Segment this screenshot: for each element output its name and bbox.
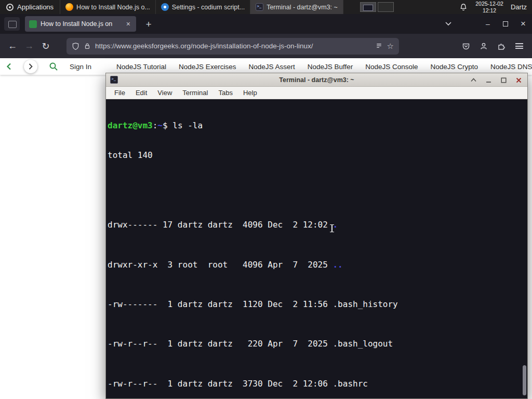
file-name: .. <box>332 260 342 270</box>
browser-tab-strip: How to Install Node.js on × + – × <box>0 14 532 34</box>
minimize-button[interactable]: – <box>479 14 497 34</box>
file-row: -rw-r--r-- 1 dartz dartz 3730 Dec 2 12:0… <box>108 379 527 389</box>
prompt-path: ~ <box>157 121 163 130</box>
file-attributes: -rw-r--r-- 1 dartz dartz 220 Apr 7 2025 <box>108 339 332 349</box>
forward-button[interactable]: → <box>21 38 37 55</box>
panel-username: Dartz <box>509 3 532 11</box>
terminal-close-button[interactable] <box>515 76 522 84</box>
clock-date: 2025-12-02 <box>475 1 503 7</box>
firefox-view-icon[interactable] <box>4 17 20 31</box>
prompt-user-host: dartz@vm3 <box>108 121 153 130</box>
applications-label: Applications <box>17 3 54 11</box>
taskbar-window-button[interactable]: Settings - codium script... <box>156 0 250 14</box>
site-nav-link[interactable]: NodeJS Tutorial <box>116 63 166 71</box>
menu-item[interactable]: View <box>152 87 177 99</box>
terminal-window: Terminal - dartz@vm3: ~ File <box>105 73 528 399</box>
total-line: total 140 <box>108 150 527 160</box>
file-row: -rw-r--r-- 1 dartz dartz 220 Apr 7 2025 … <box>108 339 527 349</box>
account-icon[interactable] <box>475 37 493 55</box>
tab-title: How to Install Node.js on <box>41 20 121 28</box>
site-nav-link[interactable]: NodeJS Exercises <box>179 63 236 71</box>
workspace-1[interactable] <box>360 2 376 12</box>
back-button[interactable]: ← <box>4 38 21 55</box>
prompt-line: dartz@vm3:~$ ls -la <box>108 121 527 130</box>
menu-item[interactable]: Edit <box>130 87 152 99</box>
toolbar-right-icons <box>457 37 532 55</box>
applications-icon <box>6 4 14 11</box>
file-listing: drwx------ 17 dartz dartz 4096 Dec 2 12:… <box>108 180 527 398</box>
site-nav-link[interactable]: NodeJS Assert <box>248 63 295 71</box>
extensions-puzzle-icon[interactable] <box>493 37 510 55</box>
browser-toolbar: ← → ↻ https://www.geeksforgeeks.org/node… <box>0 34 532 58</box>
file-row: -rw------- 1 dartz dartz 1120 Dec 2 11:5… <box>108 299 527 309</box>
terminal-window-controls <box>470 73 522 87</box>
terminal-output-area[interactable]: dartz@vm3:~$ ls -la total 140 drwx------… <box>106 99 527 398</box>
workspace-switcher[interactable] <box>360 2 394 12</box>
window-icon <box>256 3 263 11</box>
url-text: https://www.geeksforgeeks.org/node-js/in… <box>95 42 371 50</box>
menu-item[interactable]: Tabs <box>213 87 237 99</box>
file-attributes: drwx------ 17 dartz dartz 4096 Dec 2 12:… <box>108 220 332 230</box>
scrollbar-thumb[interactable] <box>523 365 526 395</box>
desktop: Applications How to Install Node.js o...… <box>0 0 532 399</box>
taskbar-window-button[interactable]: How to Install Node.js o... <box>60 0 156 14</box>
command-text: ls -la <box>172 121 203 130</box>
file-attributes: drwxr-xr-x 3 root root 4096 Apr 7 2025 <box>108 260 332 270</box>
file-name: .bashrc <box>332 379 367 389</box>
taskbar-window-button[interactable]: Terminal - dartz@vm3: ~ <box>250 0 343 14</box>
file-row: drwxr-xr-x 3 root root 4096 Apr 7 2025 .… <box>108 260 527 270</box>
nav-scroll-left-icon[interactable] <box>6 63 11 70</box>
prompt-colon: : <box>153 121 158 130</box>
panel-clock[interactable]: 2025-12-02 12:12 <box>470 1 509 14</box>
terminal-maximize-button[interactable] <box>500 76 507 84</box>
close-button[interactable]: × <box>514 14 532 34</box>
notifications-bell-icon[interactable] <box>457 3 470 11</box>
file-name: .bash_history <box>332 299 397 309</box>
tab-close-icon[interactable]: × <box>125 20 132 28</box>
site-nav-link[interactable]: NodeJS DNS <box>490 63 532 71</box>
terminal-title: Terminal - dartz@vm3: ~ <box>106 76 527 84</box>
reload-button[interactable]: ↻ <box>37 38 54 55</box>
window-icon <box>65 3 73 11</box>
sign-in-button[interactable]: Sign In <box>70 63 91 71</box>
file-row: drwx------ 17 dartz dartz 4096 Dec 2 12:… <box>108 220 527 230</box>
window-title: How to Install Node.js o... <box>76 4 150 11</box>
window-controls: – × <box>440 14 532 34</box>
menu-hamburger-icon[interactable] <box>510 37 528 55</box>
terminal-minimize-button[interactable] <box>485 76 492 84</box>
file-attributes: -rw-r--r-- 1 dartz dartz 3730 Dec 2 12:0… <box>108 379 332 389</box>
workspace-2[interactable] <box>378 2 394 12</box>
reader-mode-icon[interactable] <box>375 42 383 50</box>
menu-item[interactable]: Terminal <box>177 87 213 99</box>
desktop-panel: Applications How to Install Node.js o...… <box>0 0 532 14</box>
site-favicon <box>29 20 37 28</box>
browser-tab[interactable]: How to Install Node.js on × <box>25 16 136 32</box>
terminal-menubar: File Edit View Terminal Tabs Help <box>106 87 527 99</box>
site-nav-link[interactable]: NodeJS Console <box>365 63 418 71</box>
list-all-tabs-icon[interactable] <box>440 14 457 34</box>
terminal-titlebar[interactable]: Terminal - dartz@vm3: ~ <box>106 73 527 87</box>
mouse-cursor <box>329 223 335 233</box>
pocket-icon[interactable] <box>457 37 475 55</box>
prompt-dollar: $ <box>163 121 172 130</box>
nav-scroll-right-button[interactable] <box>24 60 37 73</box>
menu-item[interactable]: File <box>109 87 130 99</box>
menu-item[interactable]: Help <box>238 87 262 99</box>
tracking-shield-icon[interactable] <box>72 42 79 50</box>
maximize-button[interactable] <box>497 14 514 34</box>
shade-button[interactable] <box>470 76 477 84</box>
clock-time: 12:12 <box>475 7 503 14</box>
window-title: Terminal - dartz@vm3: ~ <box>267 4 338 11</box>
terminal-scrollbar[interactable] <box>521 99 527 398</box>
lock-icon[interactable] <box>84 42 91 50</box>
bookmark-star-icon[interactable]: ☆ <box>387 42 394 51</box>
site-nav-link[interactable]: NodeJS Buffer <box>308 63 353 71</box>
site-nav-link[interactable]: NodeJS Crypto <box>431 63 478 71</box>
window-icon <box>161 3 169 11</box>
url-bar[interactable]: https://www.geeksforgeeks.org/node-js/in… <box>66 38 399 55</box>
new-tab-button[interactable]: + <box>142 18 155 31</box>
file-attributes: -rw------- 1 dartz dartz 1120 Dec 2 11:5… <box>108 299 332 309</box>
search-icon[interactable] <box>49 62 58 71</box>
window-title: Settings - codium script... <box>172 4 245 11</box>
applications-menu-button[interactable]: Applications <box>0 0 60 14</box>
